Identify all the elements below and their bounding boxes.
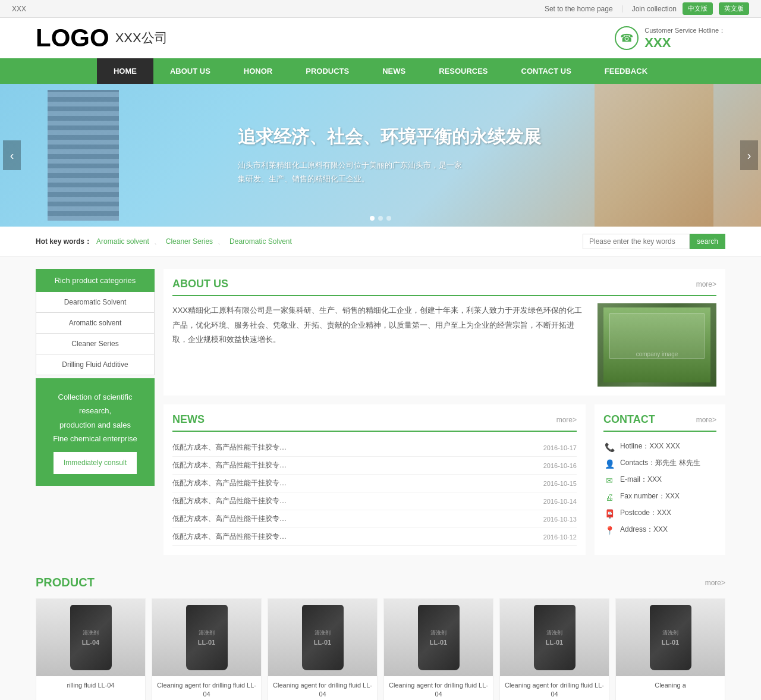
sidebar-item-aromatic[interactable]: Aromatic solvent bbox=[36, 313, 155, 334]
news-date-5: 2016-10-13 bbox=[543, 516, 577, 523]
join-collection-link[interactable]: Join collection bbox=[632, 5, 677, 13]
main-content: Rich product categories Dearomatic Solve… bbox=[0, 257, 761, 567]
barrel-3: 清洗剂 LL-01 bbox=[302, 605, 344, 670]
search-button[interactable]: search bbox=[690, 234, 725, 249]
news-item-3[interactable]: 低配方成本、高产品性能干挂胶专用环氧 2016-10-15 bbox=[172, 475, 577, 492]
product-section: PRODUCT more> 清洗剂 LL-04 rilling fluid LL… bbox=[0, 567, 761, 700]
sidebar-promo-line1: Collection of scientific research, bbox=[45, 390, 146, 418]
product-name-3: Cleaning agent for drilling fluid LL-04 bbox=[268, 676, 377, 700]
hero-prev-button[interactable]: ‹ bbox=[3, 140, 21, 170]
contact-fax-text: Fax number：XXX bbox=[620, 491, 680, 501]
news-header: NEWS more> bbox=[172, 413, 577, 432]
contact-address-text: Address：XXX bbox=[620, 525, 668, 535]
hero-next-button[interactable]: › bbox=[740, 140, 758, 170]
product-card-3[interactable]: 清洗剂 LL-01 Cleaning agent for drilling fl… bbox=[268, 598, 378, 700]
about-section: ABOUT US more> XXX精细化工原料有限公司是一家集科研、生产、销售… bbox=[163, 269, 725, 395]
postcode-icon: 📮 bbox=[603, 508, 615, 520]
keyword-dearomatic[interactable]: Dearomatic Solvent bbox=[229, 237, 292, 246]
news-item-4[interactable]: 低配方成本、高产品性能干挂胶专用环氧 2016-10-14 bbox=[172, 492, 577, 510]
nav-feedback[interactable]: FEEDBACK bbox=[588, 58, 664, 84]
sidebar-promo-line2: production and sales bbox=[45, 418, 146, 432]
nav-honor[interactable]: HONOR bbox=[227, 58, 289, 84]
about-image: company image bbox=[598, 303, 716, 387]
sidebar-item-cleaner[interactable]: Cleaner Series bbox=[36, 334, 155, 354]
news-item-2[interactable]: 低配方成本、高产品性能干挂胶专用环氧 2016-10-16 bbox=[172, 457, 577, 475]
product-name-5: Cleaning agent for drilling fluid LL-04 bbox=[500, 676, 609, 700]
search-bar: Hot key words： Aromatic solvent 、 Cleane… bbox=[0, 227, 761, 257]
contact-email-text: E-mail：XXX bbox=[620, 475, 662, 485]
contact-postcode-text: Postcode：XXX bbox=[620, 508, 671, 518]
news-list: 低配方成本、高产品性能干挂胶专用环氧 2016-10-17 低配方成本、高产品性… bbox=[172, 439, 577, 546]
product-more[interactable]: more> bbox=[705, 579, 725, 587]
set-homepage-link[interactable]: Set to the home page bbox=[545, 5, 613, 13]
contact-email-item: ✉ E-mail：XXX bbox=[603, 472, 716, 489]
about-row: XXX精细化工原料有限公司是一家集科研、生产、销售的精细化工企业，创建十年来，利… bbox=[172, 303, 716, 387]
news-item-5[interactable]: 低配方成本、高产品性能干挂胶专用环氧 2016-10-13 bbox=[172, 510, 577, 528]
person-icon: 👤 bbox=[603, 458, 615, 470]
fax-icon: 🖨 bbox=[603, 491, 615, 503]
keyword-cleaner[interactable]: Cleaner Series bbox=[166, 237, 213, 246]
product-card-6[interactable]: 清洗剂 LL-01 Cleaning a bbox=[615, 598, 725, 700]
product-image-6: 清洗剂 LL-01 bbox=[616, 599, 725, 676]
news-date-1: 2016-10-17 bbox=[543, 444, 577, 451]
hero-dot-2[interactable] bbox=[378, 216, 383, 221]
nav-news[interactable]: NEWS bbox=[366, 58, 422, 84]
hotline-info: Customer Service Hotline： XXX bbox=[644, 26, 725, 51]
product-card-1[interactable]: 清洗剂 LL-04 rilling fluid LL-04 bbox=[36, 598, 146, 700]
news-more[interactable]: more> bbox=[556, 416, 577, 424]
logo: LOGO bbox=[36, 24, 109, 52]
news-item-1[interactable]: 低配方成本、高产品性能干挂胶专用环氧 2016-10-17 bbox=[172, 439, 577, 457]
hotline-area: ☎ Customer Service Hotline： XXX bbox=[615, 26, 725, 51]
keyword-aromatic[interactable]: Aromatic solvent bbox=[96, 237, 149, 246]
top-bar-right: Set to the home page ｜ Join collection 中… bbox=[545, 2, 749, 15]
product-image-3: 清洗剂 LL-01 bbox=[268, 599, 377, 676]
contact-person-text: Contacts：郑先生 林先生 bbox=[620, 458, 700, 468]
nav-about[interactable]: ABOUT US bbox=[153, 58, 227, 84]
hero-description: 汕头市利莱精细化工原料有限公司位于美丽的广东汕头市，是一家集研发、生产、销售的精… bbox=[238, 158, 464, 186]
divider1: ｜ bbox=[619, 4, 626, 14]
sidebar-consult-button[interactable]: Immediately consult bbox=[54, 452, 137, 475]
nav-contact[interactable]: CONTACT US bbox=[505, 58, 588, 84]
about-more[interactable]: more> bbox=[696, 280, 716, 288]
logo-area: LOGO XXX公司 bbox=[36, 24, 168, 52]
address-icon: 📍 bbox=[603, 525, 615, 536]
contact-header: CONTACT more> bbox=[603, 413, 716, 432]
nav-resources[interactable]: RESOURCES bbox=[422, 58, 504, 84]
news-text-1: 低配方成本、高产品性能干挂胶专用环氧 bbox=[172, 442, 291, 453]
sidebar-item-dearomatic[interactable]: Dearomatic Solvent bbox=[36, 292, 155, 313]
hero-banner: ‹ 追求经济、社会、环境平衡的永续发展 汕头市利莱精细化工原料有限公司位于美丽的… bbox=[0, 84, 761, 227]
product-card-4[interactable]: 清洗剂 LL-01 Cleaning agent for drilling fl… bbox=[383, 598, 493, 700]
news-date-4: 2016-10-14 bbox=[543, 498, 577, 505]
hotline-icon: ☎ bbox=[615, 26, 639, 50]
navigation: HOME ABOUT US HONOR PRODUCTS NEWS RESOUR… bbox=[0, 58, 761, 84]
header: LOGO XXX公司 ☎ Customer Service Hotline： X… bbox=[0, 18, 761, 58]
lang-cn-button[interactable]: 中文版 bbox=[683, 2, 713, 15]
hotline-number: XXX bbox=[644, 35, 725, 51]
hero-dot-1[interactable] bbox=[370, 216, 375, 221]
contact-more[interactable]: more> bbox=[696, 416, 716, 424]
about-text: XXX精细化工原料有限公司是一家集科研、生产、销售的精细化工企业，创建十年来，利… bbox=[172, 303, 589, 347]
product-image-1: 清洗剂 LL-04 bbox=[36, 599, 145, 676]
top-bar-company: XXX bbox=[12, 5, 26, 13]
barrel-4: 清洗剂 LL-01 bbox=[418, 605, 460, 670]
product-image-4: 清洗剂 LL-01 bbox=[384, 599, 493, 676]
phone-icon: 📞 bbox=[603, 441, 615, 453]
news-text-5: 低配方成本、高产品性能干挂胶专用环氧 bbox=[172, 514, 291, 524]
keyword-sep2: 、 bbox=[218, 237, 225, 247]
product-name-2: Cleaning agent for drilling fluid LL-04 bbox=[152, 676, 261, 700]
product-card-2[interactable]: 清洗剂 LL-01 Cleaning agent for drilling fl… bbox=[152, 598, 262, 700]
nav-home[interactable]: HOME bbox=[97, 58, 153, 84]
product-card-5[interactable]: 清洗剂 LL-01 Cleaning agent for drilling fl… bbox=[499, 598, 609, 700]
contact-hotline-text: Hotline：XXX XXX bbox=[620, 441, 680, 451]
search-input[interactable] bbox=[583, 234, 690, 249]
hero-dot-3[interactable] bbox=[386, 216, 391, 221]
nav-products[interactable]: PRODUCTS bbox=[289, 58, 366, 84]
product-name-1: rilling fluid LL-04 bbox=[36, 676, 145, 695]
lang-en-button[interactable]: 英文版 bbox=[719, 2, 749, 15]
barrel-6: 清洗剂 LL-01 bbox=[650, 605, 691, 670]
barrel-2: 清洗剂 LL-01 bbox=[186, 605, 228, 670]
news-item-6[interactable]: 低配方成本、高产品性能干挂胶专用环氧 2016-10-12 bbox=[172, 528, 577, 546]
contact-list: 📞 Hotline：XXX XXX 👤 Contacts：郑先生 林先生 ✉ E… bbox=[603, 439, 716, 539]
sidebar-promo-line3: Fine chemical enterprise bbox=[45, 432, 146, 445]
sidebar-item-drilling[interactable]: Drilling Fluid Additive bbox=[36, 354, 155, 375]
